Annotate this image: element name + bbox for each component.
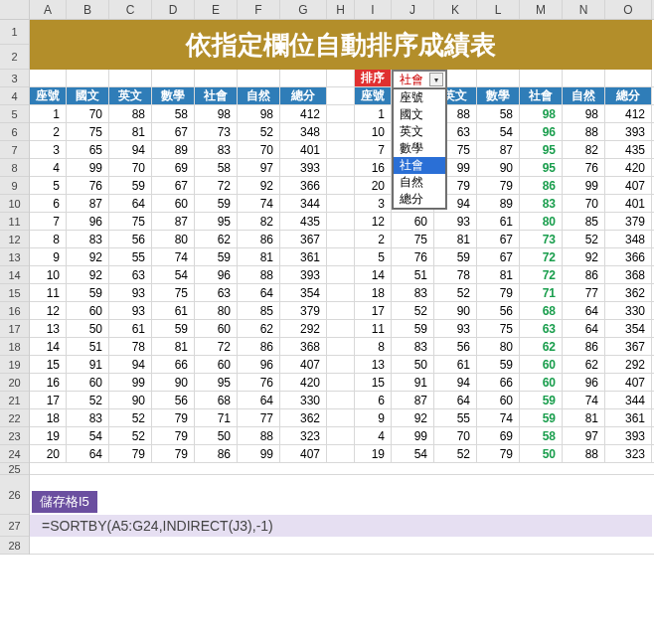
right-cell[interactable]: 7 <box>355 141 392 158</box>
row-number-2[interactable]: 2 <box>0 45 29 70</box>
left-cell[interactable]: 67 <box>152 177 195 194</box>
left-cell[interactable]: 412 <box>280 105 327 122</box>
left-cell[interactable]: 79 <box>109 445 152 462</box>
left-cell[interactable]: 14 <box>30 338 67 355</box>
row-number-8[interactable]: 8 <box>0 159 29 177</box>
dropdown-item[interactable]: 座號 <box>394 89 445 106</box>
row-number-19[interactable]: 19 <box>0 356 29 374</box>
row-number-24[interactable]: 24 <box>0 445 29 463</box>
left-cell[interactable]: 87 <box>152 213 195 230</box>
left-cell[interactable]: 62 <box>238 320 280 337</box>
left-cell[interactable]: 96 <box>67 213 109 230</box>
left-cell[interactable]: 70 <box>67 105 109 122</box>
dropdown-item[interactable]: 自然 <box>394 174 445 191</box>
row-number-17[interactable]: 17 <box>0 320 29 338</box>
left-cell[interactable]: 54 <box>67 427 109 444</box>
left-cell[interactable]: 92 <box>67 248 109 265</box>
left-cell[interactable]: 76 <box>238 374 280 391</box>
col-header-H[interactable]: H <box>327 0 355 19</box>
left-cell[interactable]: 83 <box>195 141 238 158</box>
left-cell[interactable]: 86 <box>238 338 280 355</box>
col-header-D[interactable]: D <box>152 0 195 19</box>
empty-cell[interactable] <box>67 70 109 86</box>
right-cell[interactable]: 52 <box>434 445 477 462</box>
left-cell[interactable]: 56 <box>109 231 152 247</box>
gap-cell[interactable] <box>327 392 355 408</box>
right-cell[interactable]: 10 <box>355 123 392 140</box>
right-cell[interactable]: 62 <box>563 356 605 373</box>
left-cell[interactable]: 77 <box>238 409 280 426</box>
empty-cell[interactable] <box>152 70 195 86</box>
left-cell[interactable]: 88 <box>238 427 280 444</box>
left-cell[interactable]: 92 <box>67 266 109 283</box>
right-cell[interactable]: 407 <box>605 177 652 194</box>
col-header-F[interactable]: F <box>238 0 280 19</box>
right-cell[interactable]: 87 <box>392 392 434 408</box>
row-number-12[interactable]: 12 <box>0 231 29 248</box>
left-cell[interactable]: 59 <box>195 195 238 212</box>
right-cell[interactable]: 71 <box>520 284 563 301</box>
left-cell[interactable]: 60 <box>152 195 195 212</box>
right-cell[interactable]: 362 <box>605 284 652 301</box>
left-cell[interactable]: 71 <box>195 409 238 426</box>
right-cell[interactable]: 18 <box>355 284 392 301</box>
gap-cell[interactable] <box>327 409 355 426</box>
empty-cell[interactable] <box>520 70 563 86</box>
left-cell[interactable]: 6 <box>30 195 67 212</box>
left-cell[interactable]: 52 <box>109 427 152 444</box>
left-cell[interactable]: 393 <box>280 266 327 283</box>
left-cell[interactable]: 13 <box>30 320 67 337</box>
left-cell[interactable]: 292 <box>280 320 327 337</box>
right-cell[interactable]: 52 <box>392 302 434 319</box>
left-cell[interactable]: 91 <box>67 356 109 373</box>
gap-cell[interactable] <box>327 195 355 212</box>
left-header-3[interactable]: 數學 <box>152 87 195 104</box>
left-cell[interactable]: 3 <box>30 141 67 158</box>
col-header-B[interactable]: B <box>67 0 109 19</box>
gap-cell[interactable] <box>327 231 355 247</box>
left-header-6[interactable]: 總分 <box>280 87 327 104</box>
left-cell[interactable]: 16 <box>30 374 67 391</box>
right-cell[interactable]: 93 <box>434 213 477 230</box>
right-cell[interactable]: 74 <box>563 392 605 408</box>
left-header-1[interactable]: 國文 <box>67 87 109 104</box>
left-cell[interactable]: 96 <box>195 266 238 283</box>
left-cell[interactable]: 86 <box>195 445 238 462</box>
right-cell[interactable]: 292 <box>605 356 652 373</box>
left-cell[interactable]: 4 <box>30 159 67 176</box>
left-cell[interactable]: 98 <box>195 105 238 122</box>
left-cell[interactable]: 75 <box>67 123 109 140</box>
right-cell[interactable]: 66 <box>477 374 520 391</box>
left-cell[interactable]: 59 <box>152 320 195 337</box>
gap-cell[interactable] <box>327 266 355 283</box>
row-number-14[interactable]: 14 <box>0 266 29 284</box>
gap-cell[interactable] <box>327 302 355 319</box>
left-cell[interactable]: 379 <box>280 302 327 319</box>
right-cell[interactable]: 393 <box>605 427 652 444</box>
right-cell[interactable]: 88 <box>563 123 605 140</box>
row-number-10[interactable]: 10 <box>0 195 29 213</box>
right-cell[interactable]: 83 <box>520 195 563 212</box>
left-cell[interactable]: 96 <box>238 356 280 373</box>
row-number-27[interactable]: 27 <box>0 515 29 537</box>
right-cell[interactable]: 74 <box>477 409 520 426</box>
right-cell[interactable]: 72 <box>520 248 563 265</box>
right-cell[interactable]: 15 <box>355 374 392 391</box>
left-cell[interactable]: 366 <box>280 177 327 194</box>
left-cell[interactable]: 87 <box>67 195 109 212</box>
left-cell[interactable]: 56 <box>152 392 195 408</box>
empty-cell[interactable] <box>280 70 327 86</box>
right-cell[interactable]: 367 <box>605 338 652 355</box>
empty-cell[interactable] <box>477 70 520 86</box>
row-number-23[interactable]: 23 <box>0 427 29 445</box>
right-cell[interactable]: 59 <box>392 320 434 337</box>
gap-cell[interactable] <box>327 356 355 373</box>
left-cell[interactable]: 97 <box>238 159 280 176</box>
gap-cell[interactable] <box>327 248 355 265</box>
left-cell[interactable]: 95 <box>195 213 238 230</box>
right-cell[interactable]: 87 <box>477 141 520 158</box>
col-header-K[interactable]: K <box>434 0 477 19</box>
dropdown-item[interactable]: 社會 <box>394 157 445 174</box>
left-cell[interactable]: 88 <box>238 266 280 283</box>
row-number-20[interactable]: 20 <box>0 374 29 392</box>
